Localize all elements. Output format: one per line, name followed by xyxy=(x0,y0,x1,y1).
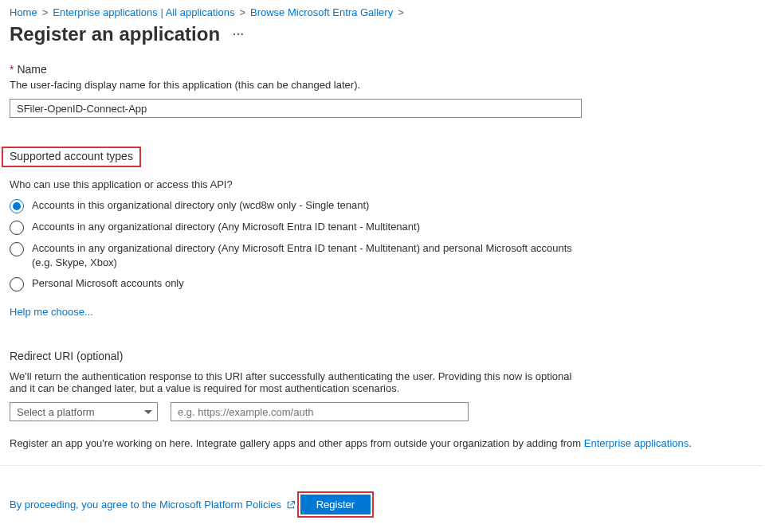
breadcrumb-enterprise-apps[interactable]: Enterprise applications | All applicatio… xyxy=(53,6,234,18)
name-help-text: The user-facing display name for this ap… xyxy=(10,79,763,91)
radio-icon[interactable] xyxy=(10,199,24,213)
account-types-question: Who can use this application or access t… xyxy=(10,178,763,190)
account-type-option-2[interactable]: Accounts in any organizational directory… xyxy=(10,241,763,270)
chevron-right-icon: > xyxy=(42,6,49,18)
redirect-uri-help: We'll return the authentication response… xyxy=(10,370,583,394)
enterprise-applications-link[interactable]: Enterprise applications xyxy=(584,437,689,449)
account-type-option-0[interactable]: Accounts in this organizational director… xyxy=(10,198,763,213)
bottom-note: Register an app you're working on here. … xyxy=(10,437,763,449)
account-types-radio-group: Accounts in this organizational director… xyxy=(10,198,763,291)
footer-bar: By proceeding, you agree to the Microsof… xyxy=(0,465,763,518)
platform-policies-link[interactable]: By proceeding, you agree to the Microsof… xyxy=(10,499,296,510)
more-actions-icon[interactable]: ··· xyxy=(233,28,245,41)
register-button-highlight: Register xyxy=(297,491,374,518)
platform-select-placeholder: Select a platform xyxy=(17,406,95,418)
redirect-uri-input[interactable] xyxy=(171,402,469,421)
radio-label: Accounts in this organizational director… xyxy=(32,198,369,213)
external-link-icon xyxy=(286,500,296,510)
breadcrumb: Home > Enterprise applications | All app… xyxy=(10,6,763,18)
radio-icon[interactable] xyxy=(10,277,24,291)
chevron-right-icon: > xyxy=(239,6,245,18)
chevron-right-icon: > xyxy=(398,6,404,18)
required-asterisk-icon: * xyxy=(10,63,14,76)
register-button[interactable]: Register xyxy=(300,495,371,514)
account-type-option-1[interactable]: Accounts in any organizational directory… xyxy=(10,220,763,235)
breadcrumb-home[interactable]: Home xyxy=(10,6,37,18)
supported-account-types-heading: Supported account types xyxy=(2,147,141,167)
breadcrumb-browse-gallery[interactable]: Browse Microsoft Entra Gallery xyxy=(250,6,393,18)
page-title-text: Register an application xyxy=(10,23,220,45)
radio-label: Personal Microsoft accounts only xyxy=(32,276,184,291)
radio-icon[interactable] xyxy=(10,221,24,235)
redirect-uri-row: Select a platform xyxy=(10,402,763,421)
chevron-down-icon xyxy=(144,410,152,414)
platform-select[interactable]: Select a platform xyxy=(10,402,158,421)
app-name-input[interactable] xyxy=(10,99,582,118)
bottom-note-prefix: Register an app you're working on here. … xyxy=(10,437,584,449)
bottom-note-suffix: . xyxy=(689,437,692,449)
help-me-choose-link[interactable]: Help me choose... xyxy=(10,306,93,318)
redirect-uri-heading: Redirect URI (optional) xyxy=(10,350,763,362)
name-label: *Name xyxy=(10,63,763,76)
radio-label: Accounts in any organizational directory… xyxy=(32,241,590,270)
page-title: Register an application ··· xyxy=(10,23,763,45)
policies-link-text: By proceeding, you agree to the Microsof… xyxy=(10,499,281,510)
radio-icon[interactable] xyxy=(10,242,24,256)
account-type-option-3[interactable]: Personal Microsoft accounts only xyxy=(10,276,763,291)
radio-label: Accounts in any organizational directory… xyxy=(32,220,420,234)
